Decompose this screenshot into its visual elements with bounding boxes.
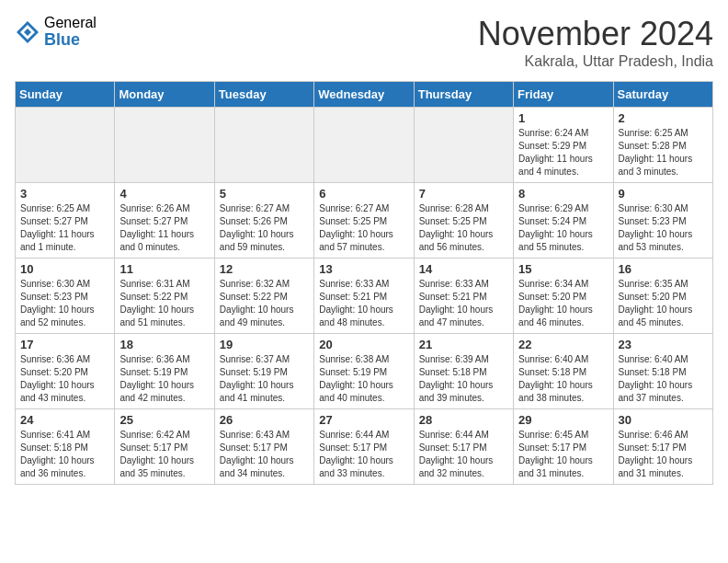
day-number: 3 [20, 187, 109, 201]
logo-general: General [44, 15, 97, 31]
day-info: Sunrise: 6:46 AMSunset: 5:17 PMDaylight:… [619, 429, 708, 480]
day-info: Sunrise: 6:38 AMSunset: 5:19 PMDaylight:… [319, 353, 408, 405]
calendar-week-row: 10Sunrise: 6:30 AMSunset: 5:23 PMDayligh… [16, 259, 713, 334]
logo-blue: Blue [44, 31, 97, 50]
day-number: 16 [619, 262, 708, 276]
day-number: 10 [20, 262, 109, 276]
day-number: 4 [119, 187, 209, 201]
day-info: Sunrise: 6:36 AMSunset: 5:19 PMDaylight:… [119, 353, 209, 405]
calendar-week-row: 24Sunrise: 6:41 AMSunset: 5:18 PMDayligh… [16, 409, 713, 485]
day-number: 12 [220, 262, 309, 276]
calendar-cell: 20Sunrise: 6:38 AMSunset: 5:19 PMDayligh… [314, 334, 414, 409]
calendar-cell: 2Sunrise: 6:25 AMSunset: 5:28 PMDaylight… [613, 108, 712, 183]
day-number: 25 [119, 413, 209, 427]
weekday-header-saturday: Saturday [613, 82, 712, 108]
day-info: Sunrise: 6:37 AMSunset: 5:19 PMDaylight:… [220, 353, 309, 405]
day-info: Sunrise: 6:24 AMSunset: 5:29 PMDaylight:… [518, 127, 608, 178]
day-number: 24 [20, 413, 109, 427]
day-info: Sunrise: 6:26 AMSunset: 5:27 PMDaylight:… [119, 202, 209, 254]
day-number: 23 [619, 338, 708, 351]
day-info: Sunrise: 6:28 AMSunset: 5:25 PMDaylight:… [419, 202, 508, 254]
calendar-cell: 23Sunrise: 6:40 AMSunset: 5:18 PMDayligh… [613, 334, 712, 409]
day-info: Sunrise: 6:35 AMSunset: 5:20 PMDaylight:… [619, 278, 708, 329]
weekday-header-row: SundayMondayTuesdayWednesdayThursdayFrid… [16, 82, 713, 108]
day-number: 9 [619, 187, 708, 201]
day-number: 26 [220, 413, 309, 427]
day-info: Sunrise: 6:33 AMSunset: 5:21 PMDaylight:… [419, 278, 508, 329]
calendar-cell: 8Sunrise: 6:29 AMSunset: 5:24 PMDaylight… [514, 183, 613, 259]
day-info: Sunrise: 6:27 AMSunset: 5:26 PMDaylight:… [220, 202, 309, 254]
calendar-cell: 30Sunrise: 6:46 AMSunset: 5:17 PMDayligh… [613, 409, 712, 485]
weekday-header-wednesday: Wednesday [314, 82, 414, 108]
day-number: 5 [220, 187, 309, 201]
day-number: 18 [119, 338, 209, 351]
day-info: Sunrise: 6:40 AMSunset: 5:18 PMDaylight:… [619, 353, 708, 405]
calendar-cell: 11Sunrise: 6:31 AMSunset: 5:22 PMDayligh… [115, 259, 214, 334]
day-info: Sunrise: 6:44 AMSunset: 5:17 PMDaylight:… [419, 429, 508, 480]
day-number: 19 [220, 338, 309, 351]
day-number: 30 [619, 413, 708, 427]
calendar-week-row: 17Sunrise: 6:36 AMSunset: 5:20 PMDayligh… [16, 334, 713, 409]
day-number: 27 [319, 413, 408, 427]
calendar-cell: 14Sunrise: 6:33 AMSunset: 5:21 PMDayligh… [414, 259, 513, 334]
calendar-cell [314, 108, 414, 183]
day-number: 15 [518, 262, 608, 276]
calendar-cell: 19Sunrise: 6:37 AMSunset: 5:19 PMDayligh… [214, 334, 313, 409]
calendar-cell: 28Sunrise: 6:44 AMSunset: 5:17 PMDayligh… [414, 409, 513, 485]
day-info: Sunrise: 6:33 AMSunset: 5:21 PMDaylight:… [319, 278, 408, 329]
calendar-cell: 5Sunrise: 6:27 AMSunset: 5:26 PMDaylight… [214, 183, 313, 259]
calendar-table: SundayMondayTuesdayWednesdayThursdayFrid… [15, 81, 713, 485]
day-info: Sunrise: 6:40 AMSunset: 5:18 PMDaylight:… [518, 353, 608, 405]
location: Kakrala, Uttar Pradesh, India [478, 53, 713, 70]
page-header: General Blue November 2024 Kakrala, Utta… [15, 15, 713, 70]
day-number: 8 [518, 187, 608, 201]
calendar-week-row: 1Sunrise: 6:24 AMSunset: 5:29 PMDaylight… [16, 108, 713, 183]
day-info: Sunrise: 6:27 AMSunset: 5:25 PMDaylight:… [319, 202, 408, 254]
day-info: Sunrise: 6:45 AMSunset: 5:17 PMDaylight:… [518, 429, 608, 480]
calendar-cell: 6Sunrise: 6:27 AMSunset: 5:25 PMDaylight… [314, 183, 414, 259]
day-number: 29 [518, 413, 608, 427]
calendar-cell: 17Sunrise: 6:36 AMSunset: 5:20 PMDayligh… [16, 334, 115, 409]
day-number: 21 [419, 338, 508, 351]
day-info: Sunrise: 6:41 AMSunset: 5:18 PMDaylight:… [20, 429, 109, 480]
day-info: Sunrise: 6:44 AMSunset: 5:17 PMDaylight:… [319, 429, 408, 480]
day-info: Sunrise: 6:36 AMSunset: 5:20 PMDaylight:… [20, 353, 109, 405]
day-number: 6 [319, 187, 408, 201]
calendar-cell: 12Sunrise: 6:32 AMSunset: 5:22 PMDayligh… [214, 259, 313, 334]
calendar-cell [414, 108, 513, 183]
day-number: 13 [319, 262, 408, 276]
logo-icon [15, 19, 40, 45]
day-number: 7 [419, 187, 508, 201]
calendar-cell: 16Sunrise: 6:35 AMSunset: 5:20 PMDayligh… [613, 259, 712, 334]
day-info: Sunrise: 6:25 AMSunset: 5:28 PMDaylight:… [619, 127, 708, 178]
weekday-header-monday: Monday [115, 82, 214, 108]
weekday-header-friday: Friday [514, 82, 613, 108]
day-number: 20 [319, 338, 408, 351]
calendar-cell: 10Sunrise: 6:30 AMSunset: 5:23 PMDayligh… [16, 259, 115, 334]
day-info: Sunrise: 6:30 AMSunset: 5:23 PMDaylight:… [619, 202, 708, 254]
calendar-cell: 3Sunrise: 6:25 AMSunset: 5:27 PMDaylight… [16, 183, 115, 259]
day-info: Sunrise: 6:25 AMSunset: 5:27 PMDaylight:… [20, 202, 109, 254]
calendar-cell: 13Sunrise: 6:33 AMSunset: 5:21 PMDayligh… [314, 259, 414, 334]
title-block: November 2024 Kakrala, Uttar Pradesh, In… [478, 15, 713, 70]
day-number: 28 [419, 413, 508, 427]
day-info: Sunrise: 6:30 AMSunset: 5:23 PMDaylight:… [20, 278, 109, 329]
day-number: 14 [419, 262, 508, 276]
day-number: 1 [518, 111, 608, 125]
calendar-cell: 1Sunrise: 6:24 AMSunset: 5:29 PMDaylight… [514, 108, 613, 183]
calendar-cell: 9Sunrise: 6:30 AMSunset: 5:23 PMDaylight… [613, 183, 712, 259]
calendar-cell: 29Sunrise: 6:45 AMSunset: 5:17 PMDayligh… [514, 409, 613, 485]
day-info: Sunrise: 6:29 AMSunset: 5:24 PMDaylight:… [518, 202, 608, 254]
calendar-cell [16, 108, 115, 183]
weekday-header-thursday: Thursday [414, 82, 513, 108]
calendar-cell: 26Sunrise: 6:43 AMSunset: 5:17 PMDayligh… [214, 409, 313, 485]
logo-text: General Blue [44, 15, 97, 49]
day-info: Sunrise: 6:31 AMSunset: 5:22 PMDaylight:… [119, 278, 209, 329]
calendar-cell: 15Sunrise: 6:34 AMSunset: 5:20 PMDayligh… [514, 259, 613, 334]
month-title: November 2024 [478, 15, 713, 53]
calendar-cell: 18Sunrise: 6:36 AMSunset: 5:19 PMDayligh… [115, 334, 214, 409]
calendar-cell: 7Sunrise: 6:28 AMSunset: 5:25 PMDaylight… [414, 183, 513, 259]
weekday-header-sunday: Sunday [16, 82, 115, 108]
day-info: Sunrise: 6:39 AMSunset: 5:18 PMDaylight:… [419, 353, 508, 405]
day-info: Sunrise: 6:42 AMSunset: 5:17 PMDaylight:… [119, 429, 209, 480]
